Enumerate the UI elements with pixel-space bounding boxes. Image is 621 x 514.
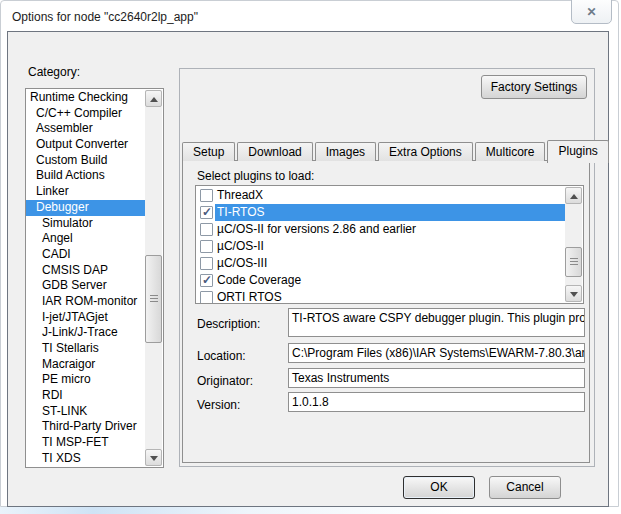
arrow-up-icon [570,194,578,199]
plugin-label: TI-RTOS [215,204,565,221]
category-listbox[interactable]: Runtime CheckingC/C++ CompilerAssemblerO… [25,88,164,468]
plugin-row--c-os-ii[interactable]: µC/OS-II [197,238,565,255]
originator-field[interactable]: Texas Instruments [288,368,585,388]
plugin-row--c-os-ii-for-versions-2-86-and-earlier[interactable]: µC/OS-II for versions 2.86 and earlier [197,221,565,238]
tab-images[interactable]: Images [315,142,376,161]
category-item-ti-xds[interactable]: TI XDS [26,451,145,467]
category-item-pe-micro[interactable]: PE micro [26,372,145,388]
close-icon: ✕ [572,6,611,18]
plugin-row-threadx[interactable]: ThreadX [197,187,565,204]
category-item-rdi[interactable]: RDI [26,388,145,404]
plugin-label: ORTI RTOS [215,289,565,304]
category-item-cmsis-dap[interactable]: CMSIS DAP [26,263,145,279]
category-item-i-jet-jtagjet[interactable]: I-jet/JTAGjet [26,310,145,326]
originator-label: Originator: [197,374,253,388]
plugin-label: µC/OS-III [215,255,565,272]
scrollbar-thumb[interactable] [145,255,162,343]
version-field[interactable]: 1.0.1.8 [288,392,585,412]
category-item-angel[interactable]: Angel [26,231,145,247]
checkbox-checked-icon[interactable] [200,206,213,219]
checkbox-unchecked-icon[interactable] [200,291,213,304]
plugin-label: ThreadX [215,187,565,204]
category-item-cadi[interactable]: CADI [26,247,145,263]
screen: Options for node "cc2640r2lp_app" ✕ Cate… [0,0,621,514]
category-item-third-party-driver[interactable]: Third-Party Driver [26,419,145,435]
category-item-c-c-compiler[interactable]: C/C++ Compiler [26,106,145,122]
category-item-simulator[interactable]: Simulator [26,216,145,232]
category-item-gdb-server[interactable]: GDB Server [26,278,145,294]
location-label: Location: [197,349,246,363]
version-label: Version: [197,398,240,412]
dialog-client-area: Category: Runtime CheckingC/C++ Compiler… [7,31,609,507]
description-field[interactable]: TI-RTOS aware CSPY debugger plugin. This… [288,308,585,337]
arrow-down-icon [150,456,158,461]
plugin-label: Code Coverage [215,272,565,289]
category-scrollbar[interactable] [145,90,162,466]
cancel-button[interactable]: Cancel [489,476,561,499]
plugin-row-ti-rtos[interactable]: TI-RTOS [197,204,565,221]
plugins-listbox[interactable]: ThreadXTI-RTOSµC/OS-II for versions 2.86… [195,185,584,304]
plugin-row--c-os-iii[interactable]: µC/OS-III [197,255,565,272]
arrow-down-icon [570,292,578,297]
arrow-up-icon [150,97,158,102]
close-button[interactable]: ✕ [571,0,612,24]
checkbox-unchecked-icon[interactable] [200,257,213,270]
checkbox-unchecked-icon[interactable] [200,240,213,253]
category-item-linker[interactable]: Linker [26,184,145,200]
category-item-build-actions[interactable]: Build Actions [26,168,145,184]
tab-download[interactable]: Download [237,142,312,161]
category-item-output-converter[interactable]: Output Converter [26,137,145,153]
description-label: Description: [197,317,260,331]
dialog-title: Options for node "cc2640r2lp_app" [12,10,198,24]
category-item-custom-build[interactable]: Custom Build [26,153,145,169]
category-item-iar-rom-monitor[interactable]: IAR ROM-monitor [26,294,145,310]
tab-setup[interactable]: Setup [182,142,235,161]
background-window-edge [0,507,621,514]
tab-extra-options[interactable]: Extra Options [378,142,473,161]
checkbox-checked-icon[interactable] [200,274,213,287]
tab-multicore[interactable]: Multicore [475,142,546,161]
category-item-ti-msp-fet[interactable]: TI MSP-FET [26,435,145,451]
scroll-down-button[interactable] [565,285,582,302]
thumb-grip-icon [150,295,158,296]
thumb-grip-icon [570,258,578,259]
category-item-runtime-checking[interactable]: Runtime Checking [26,90,145,106]
plugin-label: µC/OS-II for versions 2.86 and earlier [215,221,565,238]
plugin-row-orti-rtos[interactable]: ORTI RTOS [197,289,565,304]
tab-strip: SetupDownloadImagesExtra OptionsMulticor… [182,140,611,161]
category-label: Category: [28,65,80,79]
options-dialog: Options for node "cc2640r2lp_app" ✕ Cate… [0,0,619,507]
category-item-ti-stellaris[interactable]: TI Stellaris [26,341,145,357]
category-item-assembler[interactable]: Assembler [26,121,145,137]
scrollbar-thumb[interactable] [565,247,582,277]
factory-settings-button[interactable]: Factory Settings [481,75,587,99]
ok-button[interactable]: OK [403,476,475,499]
titlebar[interactable]: Options for node "cc2640r2lp_app" ✕ [1,1,618,31]
select-plugins-label: Select plugins to load: [197,169,314,183]
category-item-macraigor[interactable]: Macraigor [26,357,145,373]
category-item-j-link-j-trace[interactable]: J-Link/J-Trace [26,325,145,341]
scroll-down-button[interactable] [145,449,162,466]
plugin-label: µC/OS-II [215,238,565,255]
plugin-row-code-coverage[interactable]: Code Coverage [197,272,565,289]
scroll-up-button[interactable] [565,187,582,204]
category-item-debugger[interactable]: Debugger [26,200,145,216]
scroll-up-button[interactable] [145,90,162,107]
plugins-tab-panel: Select plugins to load: ThreadXTI-RTOSµC… [182,160,590,463]
checkbox-unchecked-icon[interactable] [200,223,213,236]
tab-plugins[interactable]: Plugins [547,140,608,163]
location-field[interactable]: C:\Program Files (x86)\IAR Systems\EWARM… [288,343,585,363]
category-item-st-link[interactable]: ST-LINK [26,404,145,420]
checkbox-unchecked-icon[interactable] [200,189,213,202]
plugins-scrollbar[interactable] [565,187,582,302]
